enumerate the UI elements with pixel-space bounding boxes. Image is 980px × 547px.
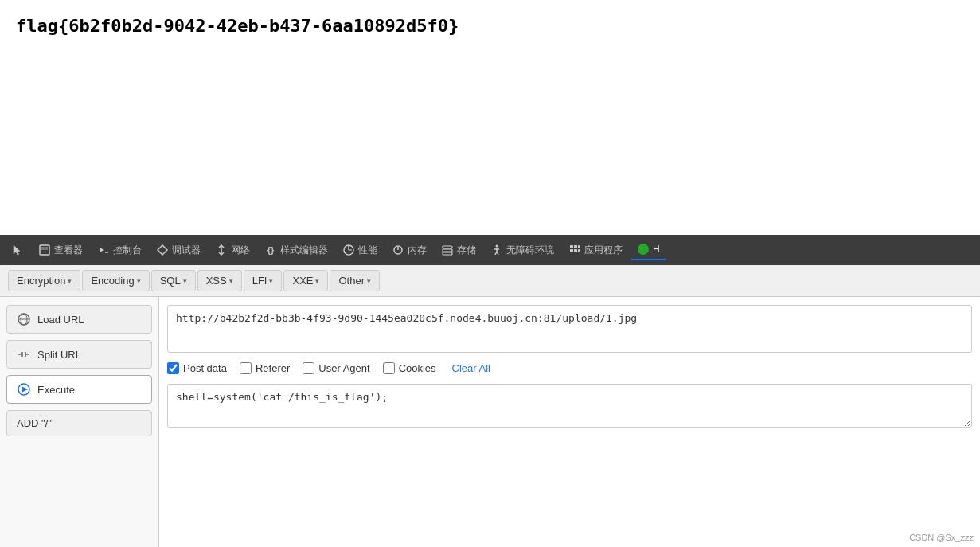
execute-play-icon <box>17 382 31 397</box>
cookies-checkbox[interactable] <box>383 362 395 374</box>
flag-text: flag{6b2f0b2d-9042-42eb-b437-6aa10892d5f… <box>16 16 459 36</box>
svg-point-23 <box>638 244 649 255</box>
hackbar-label: H <box>653 244 660 255</box>
devtools-hackbar[interactable]: H <box>631 240 666 260</box>
style-editor-icon: {} <box>264 244 277 256</box>
menu-xxe[interactable]: XXE ▾ <box>283 270 328 291</box>
referer-checkbox-label[interactable]: Referer <box>240 362 290 374</box>
encryption-label: Encryption <box>17 275 65 287</box>
storage-icon <box>441 244 454 256</box>
user-agent-checkbox[interactable] <box>303 362 314 374</box>
split-url-button[interactable]: Split URL <box>6 340 152 369</box>
svg-rect-9 <box>443 246 452 248</box>
add-slash-button[interactable]: ADD "/" <box>6 410 152 436</box>
clear-all-button[interactable]: Clear All <box>452 362 490 374</box>
post-data-label: Post data <box>183 362 227 374</box>
user-agent-checkbox-label[interactable]: User Agent <box>303 362 369 374</box>
load-url-icon <box>17 312 31 326</box>
hackbar-right: http://b42b2f2d-bb3b-4f93-9d90-1445ea020… <box>159 297 980 547</box>
cookies-checkbox-label[interactable]: Cookies <box>383 362 436 374</box>
hackbar-sidebar: Load URL Split URL Execute ADD "/ <box>0 297 159 547</box>
devtools-style-editor[interactable]: {} 样式编辑器 <box>258 240 334 260</box>
encoding-label: Encoding <box>91 275 134 287</box>
cookies-label: Cookies <box>399 362 436 374</box>
sql-label: SQL <box>160 275 181 287</box>
load-url-button[interactable]: Load URL <box>6 305 152 334</box>
watermark: CSDN @Sx_zzz <box>909 533 974 542</box>
xxe-chevron: ▾ <box>315 277 319 285</box>
devtools-inspector[interactable]: 查看器 <box>32 240 89 260</box>
menu-encoding[interactable]: Encoding ▾ <box>82 270 149 291</box>
devtools-apps[interactable]: 应用程序 <box>562 240 629 260</box>
post-data-checkbox[interactable] <box>167 362 179 374</box>
svg-rect-22 <box>578 249 580 252</box>
inspector-label: 查看器 <box>54 244 83 257</box>
referer-label: Referer <box>256 362 290 374</box>
inspector-icon <box>38 244 51 256</box>
url-input[interactable]: http://b42b2f2d-bb3b-4f93-9d90-1445ea020… <box>167 305 972 353</box>
menu-sql[interactable]: SQL ▾ <box>151 270 196 291</box>
checkbox-row: Post data Referer User Agent Cookies Cle… <box>167 359 972 377</box>
user-agent-label: User Agent <box>318 362 369 374</box>
svg-marker-30 <box>22 387 28 393</box>
lfi-label: LFI <box>252 275 267 287</box>
svg-rect-19 <box>578 245 580 248</box>
xss-chevron: ▾ <box>229 277 233 285</box>
console-label: 控制台 <box>113 244 142 257</box>
other-chevron: ▾ <box>367 277 371 285</box>
encoding-chevron: ▾ <box>137 277 141 285</box>
svg-rect-1 <box>41 247 48 250</box>
referer-checkbox[interactable] <box>240 362 252 374</box>
split-url-icon <box>17 347 31 361</box>
apps-icon <box>568 244 581 256</box>
menu-xss[interactable]: XSS ▾ <box>197 270 242 291</box>
add-slash-label: ADD "/" <box>17 417 52 429</box>
debugger-label: 调试器 <box>172 244 201 257</box>
load-url-label: Load URL <box>37 314 84 326</box>
debugger-icon <box>156 244 169 256</box>
svg-marker-2 <box>100 248 104 252</box>
devtools-memory[interactable]: 内存 <box>385 240 433 260</box>
post-data-checkbox-label[interactable]: Post data <box>167 362 227 374</box>
svg-rect-17 <box>570 245 573 248</box>
menu-encryption[interactable]: Encryption ▾ <box>8 270 80 291</box>
devtools-debugger[interactable]: 调试器 <box>150 240 207 260</box>
other-label: Other <box>338 275 365 287</box>
xxe-label: XXE <box>292 275 313 287</box>
svg-rect-18 <box>574 245 577 248</box>
devtools-performance[interactable]: 性能 <box>336 240 384 260</box>
menu-other[interactable]: Other ▾ <box>330 270 380 291</box>
sql-chevron: ▾ <box>183 277 187 285</box>
storage-label: 存储 <box>457 244 476 257</box>
execute-button[interactable]: Execute <box>6 375 152 404</box>
menu-lfi[interactable]: LFI ▾ <box>244 270 283 291</box>
svg-rect-20 <box>570 249 573 252</box>
postdata-value: shell=system('cat /this_is_flag'); <box>176 391 388 403</box>
apps-label: 应用程序 <box>584 244 623 257</box>
split-url-label: Split URL <box>37 349 81 361</box>
hackbar-main: Load URL Split URL Execute ADD "/ <box>0 297 980 547</box>
xss-label: XSS <box>206 275 227 287</box>
devtools-network[interactable]: 网络 <box>209 240 256 260</box>
accessibility-label: 无障碍环境 <box>506 244 554 257</box>
top-content: flag{6b2f0b2d-9042-42eb-b437-6aa10892d5f… <box>0 0 980 235</box>
devtools-console[interactable]: 控制台 <box>91 240 148 260</box>
accessibility-icon <box>490 244 503 256</box>
postdata-input[interactable]: shell=system('cat /this_is_flag'); <box>167 384 972 428</box>
devtools-accessibility[interactable]: 无障碍环境 <box>484 240 560 260</box>
svg-rect-11 <box>443 252 452 255</box>
cursor-icon <box>11 244 24 256</box>
console-icon <box>97 244 110 256</box>
svg-rect-10 <box>443 249 452 252</box>
watermark-text: CSDN @Sx_zzz <box>909 533 974 542</box>
svg-line-16 <box>497 252 498 255</box>
performance-icon <box>342 244 355 256</box>
devtools-toolbar: 查看器 控制台 调试器 网络 {} <box>0 235 980 265</box>
execute-label: Execute <box>37 384 75 396</box>
performance-label: 性能 <box>358 244 377 257</box>
devtools-cursor-tool[interactable] <box>5 240 30 260</box>
network-icon <box>215 244 228 256</box>
devtools-storage[interactable]: 存储 <box>435 240 482 260</box>
hackbar-icon <box>637 243 650 256</box>
encryption-chevron: ▾ <box>68 277 72 285</box>
